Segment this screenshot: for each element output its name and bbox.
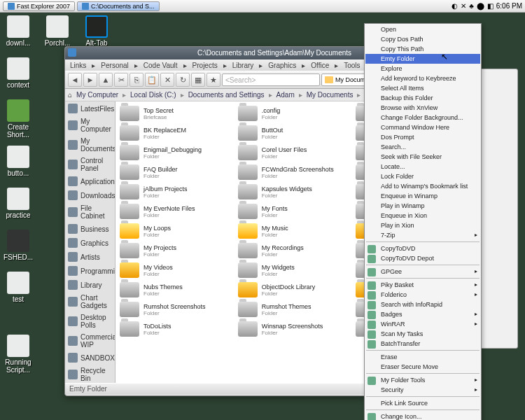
context-menu-item[interactable]: Select All Items <box>365 83 480 93</box>
linkbar-item[interactable]: Links <box>68 62 88 69</box>
sidebar-item[interactable]: Recycle Bin <box>65 365 115 383</box>
file-item[interactable]: Rumshot ScreenshotsFolder <box>118 300 231 318</box>
file-item[interactable]: Top SecretBriefcase <box>118 104 231 122</box>
back-button[interactable]: ◄ <box>68 73 82 87</box>
desktop-icon[interactable]: Create Short... <box>1 99 35 139</box>
context-menu-item[interactable]: CopyToDVD Depot <box>365 253 480 263</box>
context-menu-item[interactable]: Play in Winamp <box>365 201 480 211</box>
home-icon[interactable]: ⌂ <box>68 91 72 99</box>
sidebar-item[interactable]: Downloads <box>65 188 115 202</box>
sidebar-item[interactable]: Programming <box>65 264 115 278</box>
context-menu-item[interactable]: GPGee <box>365 267 480 276</box>
file-item[interactable]: My MusicFolder <box>237 222 349 240</box>
context-menu-item[interactable]: Seek with File Seeker <box>365 152 480 162</box>
linkbar-item[interactable]: Library <box>230 62 256 69</box>
context-menu-item[interactable]: Add to Winamp's Bookmark list <box>365 181 480 191</box>
context-menu-item[interactable]: Folderico <box>365 290 480 300</box>
copy-button[interactable]: ⎘ <box>130 73 144 87</box>
breadcrumb-item[interactable]: My Documents <box>305 91 355 99</box>
context-menu-item[interactable]: Enqueue in Xion <box>365 211 480 220</box>
desktop-icon[interactable]: FSHED... <box>1 230 35 261</box>
sidebar-item[interactable]: Business <box>65 222 115 236</box>
file-item[interactable]: jAlbum ProjectsFolder <box>118 183 231 201</box>
context-menu-item[interactable]: CopyToDVD <box>365 244 480 253</box>
context-menu-item[interactable]: Add keyword to Keybreeze <box>365 74 480 83</box>
file-item[interactable]: Nubs ThemesFolder <box>118 281 231 299</box>
sidebar-item[interactable]: Graphics <box>65 236 115 250</box>
context-menu-item[interactable]: Badges <box>365 309 480 319</box>
file-item[interactable]: My ProjectsFolder <box>118 241 231 260</box>
linkbar-item[interactable]: Office <box>309 62 331 69</box>
sidebar-item[interactable]: My Computer <box>65 115 115 135</box>
context-menu-item[interactable]: Erase <box>365 352 480 362</box>
context-menu-item[interactable]: Lock Folder <box>365 172 480 181</box>
context-menu-item[interactable]: BatchTransfer <box>365 339 480 349</box>
file-item[interactable]: My WidgetsFolder <box>237 261 349 279</box>
desktop-icon[interactable]: downl... <box>1 15 35 47</box>
context-menu-item[interactable]: Copy This Path <box>365 44 480 54</box>
context-menu-item[interactable]: Search... <box>365 142 480 152</box>
desktop-icon[interactable]: Porchl... <box>41 15 74 47</box>
linkbar-item[interactable]: Tools <box>342 62 362 69</box>
context-menu-item[interactable]: Piky Basket <box>365 280 480 290</box>
context-menu-item[interactable]: Scan My Tasks <box>365 329 480 339</box>
context-menu-item[interactable]: 7-Zip <box>365 230 480 240</box>
context-menu-item[interactable]: Emty Folder <box>365 54 480 64</box>
file-item[interactable]: My RecordingsFolder <box>237 241 349 260</box>
views-button[interactable]: ▦ <box>191 73 205 87</box>
file-item[interactable]: FAQ BuilderFolder <box>118 163 231 181</box>
file-item[interactable]: ToDoListsFolder <box>118 320 231 338</box>
paste-button[interactable]: 📋 <box>145 73 159 87</box>
file-item[interactable]: My VideosFolder <box>118 261 231 279</box>
taskbar-app[interactable]: Fast Explorer 2007 <box>3 1 75 11</box>
context-menu-item[interactable]: Explore <box>365 64 480 74</box>
tray-icon[interactable]: ✕ <box>461 2 466 10</box>
clock[interactable]: 6:06 PM <box>496 2 522 10</box>
file-item[interactable]: Rumshot ThemesFolder <box>237 300 349 318</box>
file-item[interactable]: ObjectDock LibraryFolder <box>237 281 349 299</box>
search-input[interactable]: <Search> <box>222 74 320 86</box>
sidebar-item[interactable]: Desktop Polls <box>65 312 115 331</box>
context-menu-item[interactable]: Backup this Folder <box>365 93 480 103</box>
sidebar-item[interactable]: SANDBOX <box>65 351 115 365</box>
file-item[interactable]: My FontsFolder <box>237 202 349 220</box>
context-menu-item[interactable]: Security <box>365 385 480 395</box>
linkbar-item[interactable]: Graphics <box>266 62 298 69</box>
sidebar-item[interactable]: My Documents <box>65 135 115 155</box>
desktop-icon[interactable]: Running Script... <box>1 335 35 374</box>
cut-button[interactable]: ✂ <box>114 73 128 87</box>
tray-icon[interactable]: ⬤ <box>477 2 484 10</box>
context-menu-item[interactable]: Play in Xion <box>365 220 480 230</box>
up-button[interactable]: ▲ <box>99 73 113 87</box>
context-menu-item[interactable]: Browse with XnView <box>365 103 480 113</box>
context-menu-item[interactable]: Pick Link Source <box>365 398 480 408</box>
sidebar-item[interactable]: Library <box>65 278 115 292</box>
linkbar-item[interactable]: Projects <box>190 62 220 69</box>
forward-button[interactable]: ► <box>83 73 97 87</box>
sidebar-item[interactable]: File Cabinet <box>65 202 115 222</box>
file-item[interactable]: Winsnap ScreenshotsFolder <box>237 320 349 338</box>
context-menu-item[interactable]: Search with InfoRapid <box>365 300 480 309</box>
file-item[interactable]: FCWndGrab ScreenshotsFolder <box>237 163 349 181</box>
desktop-icon[interactable]: practice <box>1 188 35 219</box>
breadcrumb-item[interactable]: Adam <box>275 91 296 99</box>
sidebar-item[interactable]: LatestFiles <box>65 102 115 115</box>
sidebar-item[interactable]: Chart Gadgets <box>65 292 115 312</box>
context-menu-item[interactable]: Eraser Secure Move <box>365 362 480 372</box>
file-item[interactable]: Kapsules WidgetsFolder <box>237 183 349 201</box>
sidebar-item[interactable]: Applications <box>65 174 115 188</box>
linkbar-item[interactable]: Personal <box>99 62 130 69</box>
sidebar-item[interactable]: Control Panel <box>65 155 115 174</box>
favorites-button[interactable]: ★ <box>206 73 220 87</box>
tray-icon[interactable]: ♣ <box>469 2 474 10</box>
context-menu-item[interactable]: My Folder Tools <box>365 375 480 385</box>
taskbar-app[interactable]: C:\Documents and S... <box>77 1 160 11</box>
context-menu-item[interactable]: Enqueue in Winamp <box>365 191 480 201</box>
context-menu-item[interactable]: Locate... <box>365 162 480 172</box>
breadcrumb-item[interactable]: Local Disk (C:) <box>129 91 178 99</box>
delete-button[interactable]: ✕ <box>160 73 174 87</box>
sidebar-item[interactable]: Artists <box>65 250 115 264</box>
context-menu-item[interactable]: Command Window Here <box>365 122 480 132</box>
desktop-icon[interactable]: context <box>1 57 35 89</box>
linkbar-item[interactable]: Code Vault <box>141 62 180 69</box>
